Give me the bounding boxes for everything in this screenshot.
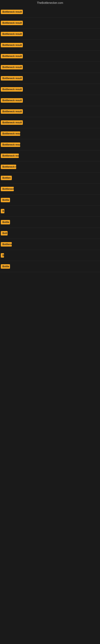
- list-item: Bottleneck resu: [0, 139, 100, 150]
- bottleneck-result-badge[interactable]: Bottleneck resu: [1, 132, 20, 136]
- list-item: Bottle: [0, 261, 100, 272]
- list-item: Bottleneck resu: [0, 128, 100, 139]
- list-item: Bottleneck result: [0, 18, 100, 28]
- list-item: Bottleneck r: [0, 162, 100, 172]
- bottleneck-result-badge[interactable]: Bottlens: [1, 242, 12, 246]
- bottleneck-result-badge[interactable]: Bottleneck result: [1, 43, 23, 47]
- bottleneck-result-badge[interactable]: Bottleneck r: [1, 164, 16, 169]
- list-item: Bottle: [0, 194, 100, 206]
- bottleneck-result-badge[interactable]: Bottle: [1, 264, 10, 269]
- bottleneck-result-badge[interactable]: Bottleneck result: [1, 65, 23, 70]
- list-item: Bottleneck result: [0, 62, 100, 73]
- list-item: Bottleneck result: [0, 117, 100, 128]
- bottleneck-result-badge[interactable]: Bottleneck: [1, 187, 14, 191]
- bottleneck-result-badge[interactable]: Bottleneck result: [1, 10, 23, 14]
- bottleneck-result-badge[interactable]: Bott: [1, 231, 8, 236]
- list-item: Bottleneck result: [0, 73, 100, 84]
- list-item: Bottle: [0, 217, 100, 228]
- site-title: TheBottlenecker.com: [0, 0, 100, 6]
- list-item: Bottleneck result: [0, 95, 100, 106]
- bottleneck-result-badge[interactable]: Bottleneck resu: [1, 154, 19, 158]
- list-item: Bottleneck resu: [0, 150, 100, 162]
- bottleneck-result-badge[interactable]: B: [1, 253, 4, 258]
- list-item: Bottleneck result: [0, 40, 100, 51]
- bottleneck-result-badge[interactable]: Bottlen: [1, 176, 12, 180]
- list-item: Bott: [0, 228, 100, 239]
- bottleneck-result-badge[interactable]: Bottleneck result: [1, 109, 23, 114]
- list-item: Bottlens: [0, 239, 100, 250]
- bottleneck-result-badge[interactable]: Bottleneck result: [1, 21, 23, 25]
- bottleneck-result-badge[interactable]: Bottleneck result: [1, 76, 23, 80]
- bottleneck-result-badge[interactable]: Bottleneck result: [1, 54, 23, 58]
- bottleneck-result-badge[interactable]: Bottle: [1, 198, 10, 202]
- list-item: Bottleneck result: [0, 106, 100, 117]
- list-item: Bottleneck result: [0, 51, 100, 62]
- list-item: B: [0, 206, 100, 217]
- list-item: Bottlen: [0, 172, 100, 184]
- list-item: Bottleneck result: [0, 84, 100, 95]
- bottleneck-result-badge[interactable]: Bottleneck result: [1, 32, 23, 36]
- list-item: Bottleneck result: [0, 28, 100, 40]
- list-item: Bottleneck: [0, 184, 100, 194]
- bottleneck-result-badge[interactable]: Bottleneck result: [1, 98, 23, 103]
- bottleneck-result-badge[interactable]: Bottleneck result: [1, 87, 23, 92]
- bottleneck-result-badge[interactable]: B: [1, 209, 4, 213]
- list-item: Bottleneck result: [0, 6, 100, 18]
- list-item: B: [0, 250, 100, 261]
- bottleneck-result-badge[interactable]: Bottle: [1, 220, 10, 224]
- bottleneck-result-badge[interactable]: Bottleneck resu: [1, 142, 20, 147]
- bottleneck-result-badge[interactable]: Bottleneck result: [1, 120, 23, 125]
